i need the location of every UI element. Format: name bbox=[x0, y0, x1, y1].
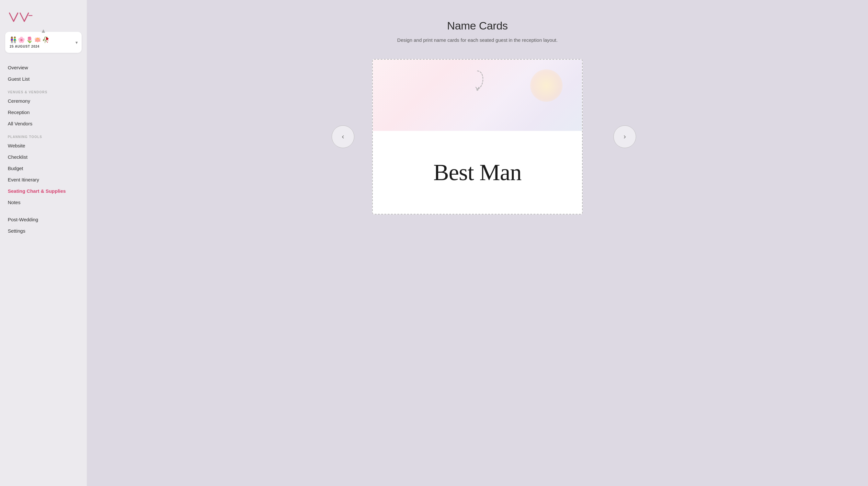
page-subtitle: Design and print name cards for each sea… bbox=[397, 37, 557, 43]
dropdown-arrow-icon: ▾ bbox=[75, 40, 78, 45]
card-top-decoration bbox=[373, 60, 582, 131]
section-venues-label: VENUES & VENDORS bbox=[6, 90, 80, 94]
wedding-card-content: 👫 🌸 🌷 🪷 🥀 25 AUGUST 2024 bbox=[10, 36, 49, 48]
logo-area bbox=[0, 0, 87, 32]
sidebar-item-settings[interactable]: Settings bbox=[6, 225, 80, 237]
emoji-5: 🥀 bbox=[42, 36, 49, 43]
page-title: Name Cards bbox=[447, 20, 507, 32]
next-button[interactable]: › bbox=[614, 125, 636, 148]
svg-point-1 bbox=[476, 89, 478, 91]
name-card: Best Man bbox=[372, 59, 583, 214]
emoji-3: 🌷 bbox=[26, 36, 33, 43]
sidebar-item-notes[interactable]: Notes bbox=[6, 197, 80, 208]
sidebar-item-seating-chart[interactable]: Seating Chart & Supplies bbox=[6, 185, 80, 197]
wedding-card[interactable]: ▲ 👫 🌸 🌷 🪷 🥀 25 AUGUST 2024 ▾ bbox=[5, 32, 82, 53]
sidebar-item-reception[interactable]: Reception bbox=[6, 107, 80, 118]
sidebar-item-checklist[interactable]: Checklist bbox=[6, 151, 80, 163]
emoji-2: 🌸 bbox=[18, 36, 25, 43]
sidebar-item-ceremony[interactable]: Ceremony bbox=[6, 95, 80, 107]
sidebar-item-event-itinerary[interactable]: Event Itinerary bbox=[6, 174, 80, 185]
card-name-text: Best Man bbox=[433, 159, 522, 186]
wedding-date: 25 AUGUST 2024 bbox=[10, 45, 49, 48]
nav-spacer bbox=[6, 208, 80, 214]
next-icon: › bbox=[623, 132, 626, 141]
wedding-card-emojis: 👫 🌸 🌷 🪷 🥀 bbox=[10, 36, 49, 43]
card-bottom-content: Best Man bbox=[373, 131, 582, 214]
sidebar-nav: Overview Guest List VENUES & VENDORS Cer… bbox=[0, 59, 87, 486]
emoji-1: 👫 bbox=[10, 36, 17, 43]
card-floral-decoration bbox=[530, 69, 563, 102]
sidebar-item-budget[interactable]: Budget bbox=[6, 163, 80, 174]
nav-group-top: Overview Guest List bbox=[6, 62, 80, 85]
prev-icon: ‹ bbox=[342, 132, 344, 141]
section-planning-label: PLANNING TOOLS bbox=[6, 135, 80, 139]
sidebar: ▲ 👫 🌸 🌷 🪷 🥀 25 AUGUST 2024 ▾ Overview Gu… bbox=[0, 0, 87, 486]
app-logo bbox=[8, 9, 34, 25]
nav-spacer-bottom bbox=[6, 237, 80, 242]
sidebar-item-post-wedding[interactable]: Post-Wedding bbox=[6, 214, 80, 225]
sidebar-item-guest-list[interactable]: Guest List bbox=[6, 73, 80, 85]
card-container: ‹ Best Man › bbox=[364, 59, 591, 214]
card-up-arrow: ▲ bbox=[40, 28, 46, 34]
sidebar-item-website[interactable]: Website bbox=[6, 140, 80, 151]
sidebar-item-overview[interactable]: Overview bbox=[6, 62, 80, 73]
sidebar-item-all-vendors[interactable]: All Vendors bbox=[6, 118, 80, 129]
emoji-4: 🪷 bbox=[34, 36, 41, 43]
prev-button[interactable]: ‹ bbox=[332, 125, 354, 148]
main-content: Name Cards Design and print name cards f… bbox=[87, 0, 868, 486]
flip-indicator bbox=[469, 69, 486, 93]
